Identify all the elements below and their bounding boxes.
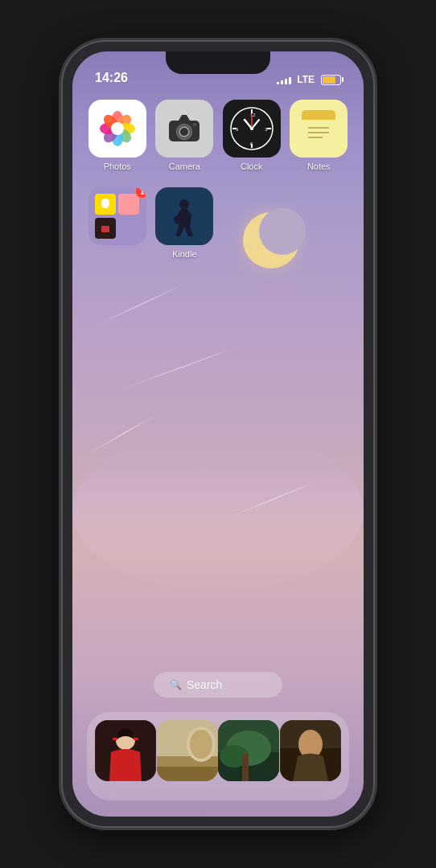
dock-item-3[interactable]	[218, 720, 279, 781]
notes-icon	[290, 100, 348, 158]
battery-icon	[321, 75, 341, 85]
signal-bar-4	[289, 77, 291, 84]
svg-rect-40	[134, 738, 138, 740]
battery-fill	[323, 76, 335, 84]
app-folder[interactable]: 1	[87, 187, 148, 259]
signal-bars-icon	[277, 75, 291, 84]
svg-rect-33	[101, 226, 109, 232]
photos-label: Photos	[104, 162, 131, 171]
svg-point-8	[111, 122, 124, 135]
app-grid: Photos Camera	[87, 100, 349, 259]
svg-text:12: 12	[250, 113, 256, 117]
phone-frame: 14:26 LTE	[61, 40, 375, 828]
cloud-layer	[72, 431, 364, 592]
notes-label: Notes	[307, 162, 331, 171]
svg-point-26	[250, 127, 253, 130]
phone-screen: 14:26 LTE	[72, 51, 364, 817]
clock-label: Clock	[241, 162, 263, 171]
photos-icon	[88, 100, 146, 158]
folder-icon: 1	[88, 187, 146, 245]
signal-bar-2	[281, 80, 283, 84]
svg-rect-39	[113, 738, 117, 740]
search-label: Search	[187, 678, 222, 691]
svg-point-12	[193, 123, 196, 126]
status-time: 14:26	[95, 71, 128, 85]
svg-point-46	[190, 730, 212, 759]
app-camera[interactable]: Camera	[154, 100, 216, 171]
signal-bar-3	[285, 79, 287, 84]
app-notes[interactable]: Notes	[289, 100, 350, 171]
lte-label: LTE	[297, 74, 315, 85]
app-photos[interactable]: Photos	[87, 100, 148, 171]
svg-rect-51	[242, 754, 249, 781]
clock-icon: 12 3 6 9	[223, 100, 281, 158]
app-kindle[interactable]: Kindle	[154, 187, 216, 259]
app-clock[interactable]: 12 3 6 9 Clock	[221, 100, 282, 171]
camera-label: Camera	[169, 162, 200, 171]
dock-item-1[interactable]	[95, 720, 156, 781]
kindle-icon	[155, 187, 213, 245]
search-icon: 🔍	[170, 679, 182, 690]
signal-bar-1	[277, 82, 279, 84]
search-bar[interactable]: 🔍 Search	[154, 672, 282, 698]
svg-rect-29	[302, 115, 335, 120]
kindle-label: Kindle	[172, 249, 197, 259]
dock-item-4[interactable]	[280, 720, 341, 781]
notch	[166, 51, 270, 74]
status-icons: LTE	[277, 74, 341, 85]
dock-item-2[interactable]	[157, 720, 218, 781]
dock	[87, 712, 349, 800]
svg-rect-44	[157, 767, 218, 781]
camera-icon	[155, 100, 213, 158]
